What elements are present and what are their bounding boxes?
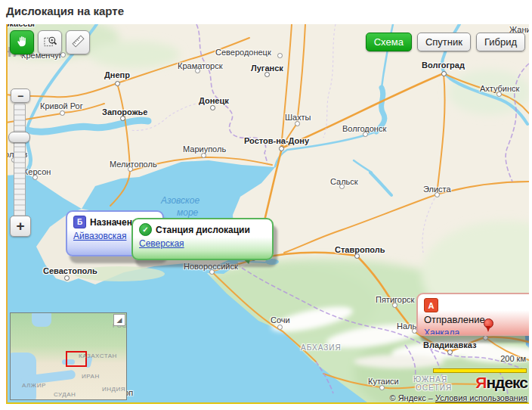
city-label: Ростов-на-Дону (244, 136, 309, 145)
city-dot (339, 184, 345, 189)
departure-title: Отправление (424, 314, 529, 325)
city-dot (60, 110, 65, 116)
departure-letter-icon: А (424, 298, 438, 312)
city-label: Кривой Рог (40, 101, 83, 110)
page: Дислокация на карте (0, 0, 532, 410)
region-label: ОСЕТИЯ (416, 384, 452, 392)
city-dot (496, 92, 502, 97)
balloon-dislocation: ✓ Станция дислокации Северская (131, 218, 274, 260)
sea-label: море (177, 207, 198, 218)
map-type-scheme-button[interactable]: Схема (366, 33, 412, 51)
region-label: АБХАЗИЯ (301, 343, 342, 352)
city-dot (392, 303, 397, 308)
city-label: Днепр (104, 70, 130, 79)
minimap-label: КАЗАХСТАН (79, 353, 117, 359)
minimap-collapse-button[interactable]: ◢ (113, 314, 125, 326)
map-type-hybrid-button[interactable]: Гибрид (476, 33, 525, 51)
zoom-slider-handle[interactable] (8, 132, 30, 143)
city-label: Черкассы (6, 24, 35, 28)
terms-of-use-link[interactable]: Условия использования (435, 393, 527, 402)
check-icon: ✓ (139, 223, 152, 236)
city-dot (354, 253, 360, 259)
city-dot (120, 116, 125, 121)
overview-minimap[interactable]: РОССИЯКАЗАХСТАНИРАНАЛЖИРСУДАНИНДИЯ ◢ (10, 312, 127, 400)
minimap-label: СУДАН (54, 391, 76, 398)
copyright-text: © Яндекс – (390, 393, 435, 402)
sea-label: Азовское (161, 195, 200, 206)
scale-label: 200 км (500, 354, 526, 363)
city-label: Северодонецк (215, 48, 271, 57)
city-label: Донецк (199, 96, 229, 105)
city-dot (363, 132, 368, 137)
city-label: Севастополь (43, 266, 97, 275)
city-label: Мелитополь (110, 160, 157, 169)
map-type-satellite-button[interactable]: Спутник (417, 33, 471, 51)
city-dot (447, 349, 453, 355)
city-dot (435, 192, 440, 197)
scale-bar (433, 368, 527, 373)
destination-letter-icon: Б (73, 216, 86, 228)
city-dot (209, 269, 215, 275)
zoom-in-button[interactable]: + (10, 216, 31, 237)
city-dot (115, 81, 120, 86)
city-dot (379, 385, 385, 390)
page-title: Дислокация на карте (6, 5, 124, 17)
hand-icon (15, 34, 29, 51)
city-dot (210, 105, 215, 110)
destination-station-link[interactable]: Айвазовская (73, 231, 126, 241)
city-label: Сочи (271, 315, 290, 325)
city-dot (441, 71, 447, 76)
city-dot (279, 146, 284, 151)
ruler-icon (71, 34, 85, 51)
minimap-label: ИРАН (82, 373, 100, 380)
magnifier-select-icon (43, 34, 57, 51)
pan-tool-button[interactable] (10, 30, 34, 54)
minimap-label: АЛЖИР (22, 382, 46, 389)
minimap-label: ИНДИЯ (102, 386, 125, 393)
city-label: Запорожье (102, 107, 147, 116)
city-dot (295, 121, 300, 126)
city-label: Краматорск (178, 61, 223, 70)
city-dot (483, 335, 488, 340)
city-dot (201, 153, 206, 158)
city-dot (195, 68, 200, 73)
city-dot (32, 175, 38, 180)
city-label: Кутаиси (368, 377, 399, 386)
zoom-slider-track[interactable] (14, 103, 26, 218)
city-dot (264, 72, 270, 77)
copyright-line: © Яндекс – Условия использования (390, 393, 527, 402)
departure-station-link[interactable]: Ханкала (424, 328, 459, 336)
yandex-logo[interactable]: Яндекс (475, 374, 527, 392)
balloon-departure: А Отправление Ханкала (416, 293, 529, 336)
zoom-out-button[interactable]: − (11, 89, 30, 103)
departure-pin-icon[interactable] (484, 318, 493, 328)
map-canvas[interactable]: ЧеркассыКременчугСеверодонецкКраматорскЛ… (6, 24, 529, 404)
map-bottom-edge (6, 402, 529, 404)
city-dot (277, 53, 283, 58)
region-label: ЮЖНАЯ (413, 375, 447, 384)
dislocation-title: Станция дислокации (156, 225, 250, 235)
city-dot (277, 325, 283, 330)
map-toolbar (10, 30, 90, 54)
map-type-switcher: Схема Спутник Гибрид (366, 33, 525, 51)
city-dot (64, 275, 70, 281)
city-label: Владикавказ (423, 340, 476, 349)
city-label: Ставрополь (335, 245, 385, 254)
ruler-tool-button[interactable] (66, 30, 90, 54)
city-dot (128, 166, 133, 172)
dislocation-station-link[interactable]: Северская (139, 238, 184, 249)
city-label: Волгоград (422, 61, 465, 70)
map-left-edge (6, 24, 8, 404)
zoom-select-tool-button[interactable] (38, 30, 62, 54)
minimap-sea-shape (32, 312, 51, 327)
